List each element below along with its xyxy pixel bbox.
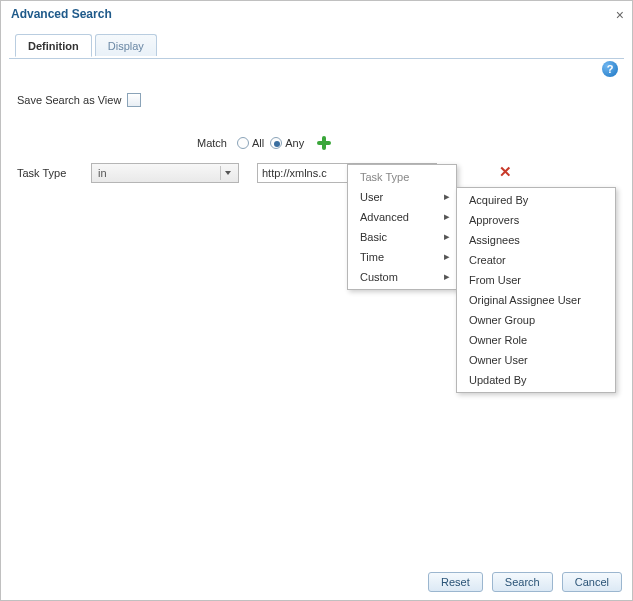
match-any-label: Any — [285, 137, 304, 149]
submenu-owner-group[interactable]: Owner Group — [457, 310, 615, 330]
tab-definition[interactable]: Definition — [15, 34, 92, 57]
save-as-view-checkbox[interactable] — [127, 93, 141, 107]
save-as-view-label: Save Search as View — [17, 94, 121, 106]
chevron-down-icon — [220, 166, 234, 180]
cancel-button[interactable]: Cancel — [562, 572, 622, 592]
submenu-updated-by[interactable]: Updated By — [457, 370, 615, 390]
menu-item-advanced[interactable]: Advanced — [348, 207, 456, 227]
submenu-original-assignee[interactable]: Original Assignee User — [457, 290, 615, 310]
submenu-approvers[interactable]: Approvers — [457, 210, 615, 230]
operator-select[interactable]: in — [91, 163, 239, 183]
tabstrip: Definition Display — [9, 33, 624, 59]
match-label: Match — [197, 137, 227, 149]
match-any-radio[interactable]: Any — [270, 137, 304, 149]
menu-item-user[interactable]: User — [348, 187, 456, 207]
menu-item-time[interactable]: Time — [348, 247, 456, 267]
submenu-owner-role[interactable]: Owner Role — [457, 330, 615, 350]
menu-item-basic[interactable]: Basic — [348, 227, 456, 247]
user-submenu: Acquired By Approvers Assignees Creator … — [456, 187, 616, 393]
plus-icon[interactable] — [316, 135, 332, 151]
submenu-assignees[interactable]: Assignees — [457, 230, 615, 250]
help-icon[interactable]: ? — [602, 61, 618, 77]
submenu-from-user[interactable]: From User — [457, 270, 615, 290]
close-icon[interactable]: × — [616, 7, 624, 23]
submenu-owner-user[interactable]: Owner User — [457, 350, 615, 370]
delete-icon[interactable]: ✕ — [497, 165, 513, 181]
tab-display[interactable]: Display — [95, 34, 157, 56]
submenu-creator[interactable]: Creator — [457, 250, 615, 270]
operator-value: in — [98, 167, 107, 179]
submenu-acquired-by[interactable]: Acquired By — [457, 190, 615, 210]
menu-item-custom[interactable]: Custom — [348, 267, 456, 287]
search-button[interactable]: Search — [492, 572, 553, 592]
criteria-field-label: Task Type — [17, 167, 91, 179]
match-all-label: All — [252, 137, 264, 149]
match-all-radio[interactable]: All — [237, 137, 264, 149]
menu-title: Task Type — [348, 167, 456, 187]
add-criteria-menu: Task Type User Advanced Basic Time Custo… — [347, 164, 457, 290]
reset-button[interactable]: Reset — [428, 572, 483, 592]
dialog-title: Advanced Search — [11, 7, 112, 21]
